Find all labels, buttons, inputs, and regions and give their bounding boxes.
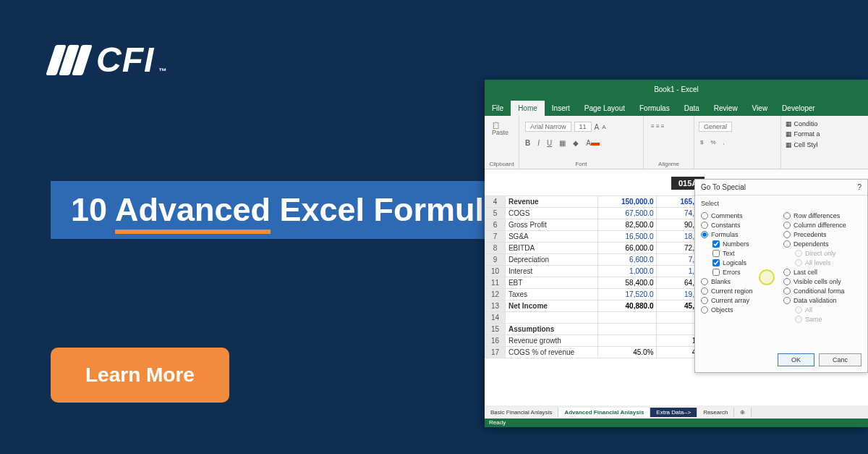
option-dependents[interactable]: Dependents: [783, 240, 861, 248]
sheet-tab[interactable]: Extra Data-->: [650, 408, 697, 417]
currency-icon[interactable]: $: [700, 139, 703, 146]
headline-prefix: 10: [71, 191, 115, 228]
underline-button[interactable]: U: [547, 139, 552, 147]
option-current-array[interactable]: Current array: [701, 297, 779, 304]
option-direct-only: Direct only: [795, 250, 861, 257]
option-all: All: [795, 306, 861, 314]
ribbon-tab-page-layout[interactable]: Page Layout: [577, 101, 632, 116]
option-text[interactable]: Text: [712, 250, 779, 257]
option-precedents[interactable]: Precedents: [783, 231, 861, 238]
dialog-options-right: Row differencesColumn differencePreceden…: [783, 210, 861, 325]
ribbon-tab-insert[interactable]: Insert: [545, 101, 577, 116]
ribbon-group-font: Arial Narrow 11 A A B I U ▦ ◆ A Font: [519, 116, 644, 169]
table-row: 12Taxes17,520.019,302.0: [485, 289, 716, 300]
fill-color-button[interactable]: ◆: [573, 139, 579, 147]
option-data-validation[interactable]: Data validation: [783, 297, 861, 304]
excel-sheet-tabs: Basic Financial AnlaysisAdvanced Financi…: [485, 405, 868, 419]
table-row: 9Depreciation6,600.07,260.0: [485, 254, 716, 266]
excel-ribbon-tabs: FileHomeInsertPage LayoutFormulasDataRev…: [485, 98, 868, 116]
option-current-region[interactable]: Current region: [701, 287, 779, 295]
ribbon-group-alignment: ≡ ≡ ≡ Alignme: [644, 116, 694, 169]
table-row: 17COGS % of revenue45.0%45.0%: [485, 347, 716, 358]
option-conditional-forma[interactable]: Conditional forma: [783, 287, 861, 295]
format-table-button[interactable]: ▦ Format a: [786, 129, 820, 139]
ribbon-tab-home[interactable]: Home: [511, 101, 545, 116]
ribbon-group-label: Font: [519, 161, 643, 167]
option-logicals[interactable]: Logicals: [712, 259, 779, 266]
conditional-formatting-button[interactable]: ▦ Conditio: [786, 119, 820, 129]
paste-label: Paste: [492, 129, 509, 136]
new-sheet-button[interactable]: ⊕: [734, 408, 752, 417]
headline-rest: Excel Formulas: [271, 191, 520, 228]
ribbon-tab-data[interactable]: Data: [677, 101, 707, 116]
increase-font-icon[interactable]: A: [595, 123, 600, 131]
option-last-cell[interactable]: Last cell: [783, 269, 861, 276]
ribbon-tab-developer[interactable]: Developer: [775, 101, 822, 116]
option-formulas[interactable]: Formulas: [701, 231, 779, 238]
cfi-logo-text: CFI ™: [96, 40, 154, 80]
ribbon-group-label: Clipboard: [485, 161, 519, 167]
percent-icon[interactable]: %: [710, 139, 715, 146]
dialog-titlebar: Go To Special ?: [695, 180, 867, 196]
dialog-options-left: CommentsConstantsFormulasNumbersTextLogi…: [701, 210, 779, 325]
excel-status-bar: Ready: [485, 419, 868, 427]
italic-button[interactable]: I: [537, 139, 540, 147]
dialog-ok-button[interactable]: OK: [778, 353, 814, 366]
option-numbers[interactable]: Numbers: [712, 240, 779, 248]
ribbon-group-label: Alignme: [644, 161, 694, 167]
dialog-section-label: Select: [701, 200, 861, 207]
logo-text-label: CFI: [96, 41, 154, 79]
ribbon-group-clipboard: 📋Paste Clipboard: [485, 116, 519, 169]
table-row: 8EBITDA66,000.072,600.0: [485, 243, 716, 254]
ribbon-tab-view[interactable]: View: [745, 101, 775, 116]
sheet-tab[interactable]: Research: [697, 408, 734, 417]
option-blanks[interactable]: Blanks: [701, 278, 779, 285]
font-size-select[interactable]: 11: [574, 122, 592, 132]
comma-icon[interactable]: ,: [723, 139, 725, 146]
financial-table: 4Revenue150,000.0165,000.05COGS67,500.07…: [485, 196, 716, 358]
dialog-title-text: Go To Special: [701, 183, 746, 191]
number-format-select[interactable]: General: [699, 122, 732, 132]
option-column-difference[interactable]: Column difference: [783, 222, 861, 229]
ribbon-tab-file[interactable]: File: [485, 101, 511, 116]
sheet-tab[interactable]: Basic Financial Anlaysis: [485, 408, 558, 417]
go-to-special-dialog: Go To Special ? Select CommentsConstants…: [694, 179, 868, 373]
font-name-select[interactable]: Arial Narrow: [525, 122, 571, 132]
option-all-levels: All levels: [795, 259, 861, 266]
decrease-font-icon[interactable]: A: [602, 124, 605, 130]
dialog-help-icon[interactable]: ?: [857, 183, 861, 191]
table-row: 14: [485, 312, 716, 324]
ribbon-group-number: General $ % ,: [694, 116, 781, 169]
cell-styles-button[interactable]: ▦ Cell Styl: [786, 140, 820, 150]
ribbon-tab-review[interactable]: Review: [707, 101, 745, 116]
option-comments[interactable]: Comments: [701, 212, 779, 219]
paste-button[interactable]: 📋Paste: [492, 122, 509, 136]
table-row: 16Revenue growth10.0%: [485, 335, 716, 347]
learn-more-button[interactable]: Learn More: [51, 348, 229, 403]
font-color-button[interactable]: A: [586, 139, 600, 147]
ribbon-tab-formulas[interactable]: Formulas: [632, 101, 677, 116]
table-row: 4Revenue150,000.0165,000.0: [485, 196, 716, 208]
table-row: 11EBT58,400.064,340.0: [485, 277, 716, 289]
headline-line-1: 10 Advanced Excel Formulas: [51, 181, 550, 239]
table-row: 15Assumptions: [485, 324, 716, 335]
option-errors[interactable]: Errors: [712, 269, 779, 276]
logo-tm: ™: [158, 67, 167, 75]
excel-ribbon: 📋Paste Clipboard Arial Narrow 11 A A B I…: [485, 116, 868, 169]
ribbon-group-styles: ▦ Conditio ▦ Format a ▦ Cell Styl: [781, 116, 868, 169]
table-row: 10Interest1,000.01,000.0: [485, 266, 716, 277]
option-constants[interactable]: Constants: [701, 222, 779, 229]
option-same: Same: [795, 316, 861, 323]
option-row-differences[interactable]: Row differences: [783, 212, 861, 219]
sheet-tab[interactable]: Advanced Financial Anlaysis: [558, 408, 650, 417]
table-row: 5COGS67,500.074,250.0: [485, 208, 716, 219]
table-row: 6Gross Profit82,500.090,750.0: [485, 219, 716, 231]
option-objects[interactable]: Objects: [701, 306, 779, 314]
cfi-logo: CFI ™: [51, 40, 154, 80]
bold-button[interactable]: B: [525, 139, 530, 147]
dialog-cancel-button[interactable]: Canc: [819, 353, 861, 366]
border-button[interactable]: ▦: [559, 139, 566, 147]
headline-emphasis: Advanced: [115, 191, 271, 234]
option-visible-cells-only[interactable]: Visible cells only: [783, 278, 861, 285]
cfi-logo-mark: [51, 45, 88, 75]
